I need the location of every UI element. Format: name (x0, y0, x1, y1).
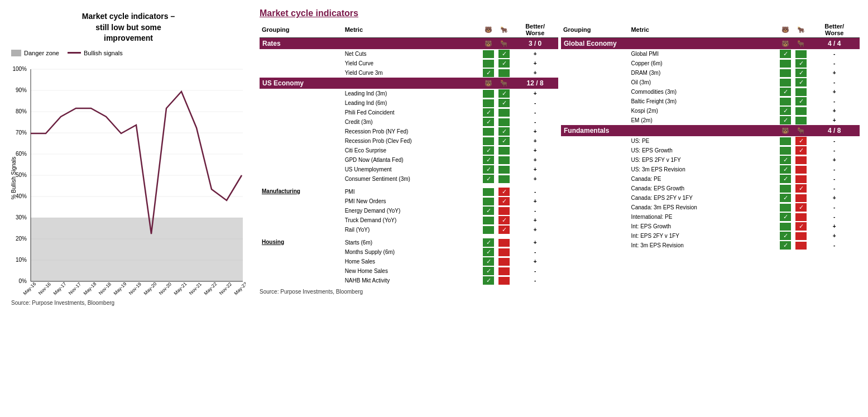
oil-bull: ✓ (793, 78, 809, 87)
left-panel: Market cycle indicators – still low but … (6, 6, 251, 311)
useg-bear (778, 146, 793, 155)
svg-text:Nov-21: Nov-21 (188, 281, 203, 295)
pno-metric: PMI New Orders (343, 196, 481, 206)
svg-text:% Bullish Signals: % Bullish Signals (11, 156, 17, 199)
td-bull: ✓ (496, 215, 512, 225)
pf-bull (496, 108, 512, 117)
use2fy-bull (793, 155, 809, 165)
ce2fy-bull (793, 193, 809, 203)
kospi-metric: Kospi (2m) (629, 106, 778, 116)
dr-sign: + (809, 68, 860, 78)
li3m-bear (481, 89, 496, 98)
ce-grouping (260, 146, 343, 155)
cpe-bear: ✓ (778, 174, 793, 184)
i3eps-bull (793, 241, 809, 250)
bf-sign: - (809, 97, 860, 106)
nahb-grouping (260, 276, 343, 285)
us3eps-sign: - (809, 165, 860, 174)
oil-metric: Oil (3m) (629, 78, 778, 87)
rail-bull: ✓ (496, 225, 512, 234)
row-int-3m-eps: Int: 3m EPS Revision ✓ - (561, 241, 860, 250)
svg-text:May-19: May-19 (112, 281, 127, 295)
us-economy-bear-icon: 🐻 (481, 78, 496, 89)
r-col-metric: Metric (629, 22, 778, 38)
td-grouping (260, 215, 343, 225)
useg-sign: - (809, 146, 860, 155)
rpcl-bull: ✓ (496, 136, 512, 146)
rpcl-sign: + (512, 136, 558, 146)
em-bear: ✓ (778, 116, 793, 125)
ed-bull (496, 206, 512, 215)
em-sign: + (809, 116, 860, 125)
pno-sign: + (512, 196, 558, 206)
ge-score: 4 / 4 (809, 38, 860, 50)
cs-grouping (260, 174, 343, 184)
ms-bull (496, 247, 512, 257)
svg-text:50%: 50% (16, 172, 27, 178)
row-credit-3m: Credit (3m) ✓ - (260, 117, 558, 127)
row-new-home-sales: New Home Sales ✓ - (260, 266, 558, 276)
li3m-bull: ✓ (496, 89, 512, 98)
i3eps-grouping (561, 241, 629, 250)
nahb-sign: - (512, 276, 558, 285)
ieg-sign: + (809, 222, 860, 231)
yc3m-sign: + (512, 68, 558, 78)
yc3m-bear: ✓ (481, 68, 496, 78)
row-consumer-sentiment: Consumer Sentiment (3m) ✓ + (260, 174, 558, 184)
global-economy-header: Global Economy 🐻 🐂 4 / 4 (561, 38, 860, 50)
ceg-sign: - (809, 184, 860, 193)
us-economy-label: US Economy (260, 78, 481, 89)
yield-curve-bear (481, 59, 496, 68)
useg-metric: US: EPS Growth (629, 146, 778, 155)
manufacturing-label: Manufacturing (260, 187, 343, 196)
pf-grouping (260, 108, 343, 117)
c3eps-bear (778, 203, 793, 212)
bf-grouping (561, 97, 629, 106)
rail-metric: Rail (YoY) (343, 225, 481, 234)
row-us-unemployment: US Unemployment ✓ + (260, 165, 558, 174)
pmi-bull: ✓ (496, 187, 512, 196)
pno-grouping (260, 196, 343, 206)
pmi-metric: PMI (343, 187, 481, 196)
bf-metric: Baltic Freight (3m) (629, 97, 778, 106)
hs-grouping (260, 257, 343, 266)
yield-curve-grouping (260, 59, 343, 68)
cpe-metric: Canada: PE (629, 174, 778, 184)
li6m-grouping (260, 98, 343, 108)
svg-text:60%: 60% (16, 151, 27, 157)
svg-text:10%: 10% (16, 257, 27, 263)
ms-grouping (260, 247, 343, 257)
ce2fy-bear: ✓ (778, 193, 793, 203)
ieg-grouping (561, 222, 629, 231)
row-phili-fed: Phili Fed Coincident ✓ - (260, 108, 558, 117)
ge-bear-icon: 🐻 (778, 38, 793, 50)
nahb-metric: NAHB Mkt Activity (343, 276, 481, 285)
row-oil: Oil (3m) ✓ - (561, 78, 860, 87)
oil-sign: - (809, 78, 860, 87)
yc3m-metric: Yield Curve 3m (343, 68, 481, 78)
ce-metric: Citi Eco Surprise (343, 146, 481, 155)
us-economy-score: 12 / 8 (512, 78, 558, 89)
row-nahb: NAHB Mkt Activity ✓ - (260, 276, 558, 285)
row-us-pe: US: PE ✓ - (561, 136, 860, 146)
cr3m-grouping (260, 117, 343, 127)
yield-curve-metric: Yield Curve (343, 59, 481, 68)
chart-svg: 100% 90% 80% 70% 60% 50% 40% 30% 20% 10%… (11, 61, 246, 295)
rates-score: 3 / 0 (512, 38, 558, 50)
legend-danger: Danger zone (11, 50, 59, 56)
ie2fy-grouping (561, 231, 629, 241)
em-bull (793, 116, 809, 125)
rpcl-metric: Recession Prob (Clev Fed) (343, 136, 481, 146)
pf-sign: - (512, 108, 558, 117)
row-dram: DRAM (3m) ✓ + (561, 68, 860, 78)
fundamentals-label: Fundamentals (561, 125, 778, 136)
gpd-metric: GPD Now (Atlanta Fed) (343, 155, 481, 165)
ce2fy-sign: + (809, 193, 860, 203)
li3m-grouping (260, 89, 343, 98)
ed-metric: Energy Demand (YoY) (343, 206, 481, 215)
useg-bull: ✓ (793, 146, 809, 155)
ms-sign: - (512, 247, 558, 257)
unemp-bull (496, 165, 512, 174)
rates-bull-icon-cell: 🐂 (496, 38, 512, 50)
row-canada-eps-growth: Canada: EPS Growth ✓ - (561, 184, 860, 193)
